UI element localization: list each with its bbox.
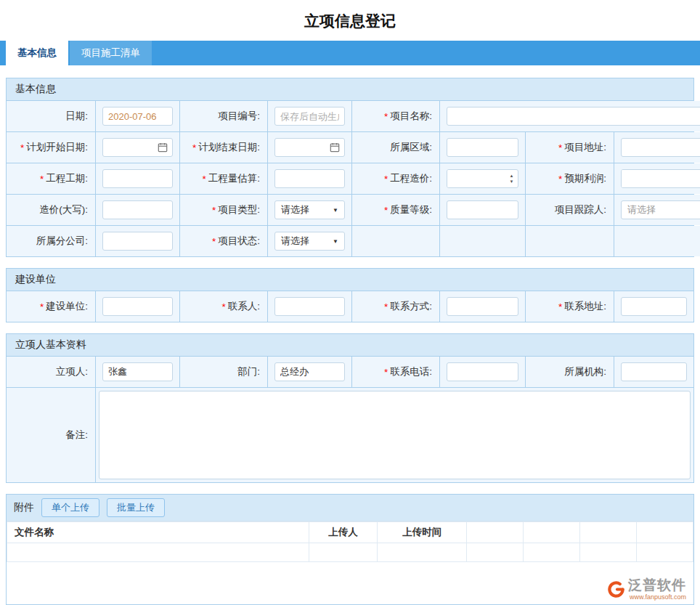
contact-addr-cell bbox=[614, 291, 693, 322]
grade-input[interactable] bbox=[447, 200, 518, 219]
cost-input[interactable] bbox=[447, 170, 505, 187]
date-input[interactable] bbox=[102, 107, 173, 126]
project-type-select[interactable]: 请选择 ▼ bbox=[274, 200, 345, 219]
branch-input[interactable] bbox=[102, 232, 173, 251]
creator-input[interactable] bbox=[102, 362, 173, 381]
tab-basic-info[interactable]: 基本信息 bbox=[6, 41, 68, 65]
tab-content: 基本信息 日期: 项目编号: * 项目名称: bbox=[0, 65, 700, 605]
branch-cell bbox=[96, 226, 179, 256]
calendar-icon[interactable] bbox=[158, 142, 168, 153]
field-label: 工程造价: bbox=[390, 172, 432, 185]
spin-down-icon[interactable]: ▼ bbox=[510, 179, 514, 184]
contact-input[interactable] bbox=[274, 297, 345, 316]
tracker-picker[interactable]: 请选择 bbox=[621, 200, 700, 219]
empty-cell bbox=[440, 226, 525, 256]
contact-addr-label: * 联系地址: bbox=[526, 291, 614, 322]
field-label: 计划开始日期: bbox=[26, 141, 88, 154]
profit-label: * 预期利润: bbox=[526, 163, 614, 194]
estimate-label: * 工程量估算: bbox=[180, 163, 267, 194]
duration-cell bbox=[96, 163, 179, 194]
build-unit-grid: * 建设单位: * 联系人: * 联系方式: * 联系地址: bbox=[7, 291, 693, 322]
remark-textarea[interactable] bbox=[99, 391, 691, 479]
empty-column-header bbox=[524, 522, 580, 543]
section-header-basic: 基本信息 bbox=[7, 78, 693, 101]
attachment-empty-row bbox=[7, 543, 693, 562]
field-label: 日期: bbox=[65, 110, 88, 123]
field-label: 备注: bbox=[65, 429, 88, 442]
chevron-down-icon: ▼ bbox=[333, 238, 338, 245]
contact-way-input[interactable] bbox=[447, 297, 518, 316]
build-unit-label: * 建设单位: bbox=[7, 291, 95, 322]
creator-cell bbox=[96, 357, 179, 387]
project-no-input[interactable] bbox=[274, 107, 345, 126]
dept-cell bbox=[268, 357, 351, 387]
contact-way-label: * 联系方式: bbox=[352, 291, 439, 322]
build-unit-input[interactable] bbox=[102, 297, 173, 316]
grade-cell bbox=[440, 195, 525, 225]
contact-cell bbox=[268, 291, 351, 322]
basic-info-grid: 日期: 项目编号: * 项目名称: * 计划开始日期: bbox=[7, 101, 693, 256]
field-label: 建设单位: bbox=[46, 300, 88, 313]
contact-addr-input[interactable] bbox=[621, 297, 687, 316]
cost-caps-input[interactable] bbox=[102, 200, 173, 219]
project-name-input[interactable] bbox=[447, 107, 700, 126]
project-type-cell: 请选择 ▼ bbox=[268, 195, 351, 225]
estimate-cell bbox=[268, 163, 351, 194]
chevron-down-icon: ▼ bbox=[333, 207, 338, 214]
region-cell bbox=[440, 132, 525, 163]
field-label: 预期利润: bbox=[564, 172, 606, 185]
status-cell: 请选择 ▼ bbox=[268, 226, 351, 256]
org-cell bbox=[614, 357, 693, 387]
date-cell bbox=[96, 101, 179, 131]
calendar-icon[interactable] bbox=[330, 142, 340, 153]
empty-cell bbox=[614, 226, 700, 256]
phone-input[interactable] bbox=[447, 362, 518, 381]
batch-upload-button[interactable]: 批量上传 bbox=[107, 498, 165, 517]
spinner-buttons: ▲ ▼ bbox=[505, 174, 518, 184]
required-marker: * bbox=[20, 142, 24, 153]
field-label: 工程量估算: bbox=[208, 172, 260, 185]
select-value: 请选择 bbox=[281, 203, 309, 216]
grade-label: * 质量等级: bbox=[352, 195, 439, 225]
dept-input[interactable] bbox=[274, 362, 345, 381]
org-input[interactable] bbox=[621, 362, 687, 381]
required-marker: * bbox=[212, 205, 216, 216]
field-label: 项目编号: bbox=[218, 110, 260, 123]
required-marker: * bbox=[384, 301, 388, 312]
address-cell bbox=[614, 132, 700, 163]
fanpu-logo-url: www.fanpusoft.com bbox=[630, 594, 686, 601]
field-label: 项目名称: bbox=[390, 110, 432, 123]
required-marker: * bbox=[212, 236, 216, 247]
required-marker: * bbox=[384, 205, 388, 216]
contact-way-cell bbox=[440, 291, 525, 322]
duration-input[interactable] bbox=[102, 169, 173, 188]
single-upload-button[interactable]: 单个上传 bbox=[41, 498, 99, 517]
profit-input[interactable] bbox=[622, 170, 700, 187]
profit-cell: ▲ ▼ bbox=[614, 163, 700, 194]
region-input[interactable] bbox=[447, 138, 518, 157]
required-marker: * bbox=[202, 174, 205, 184]
required-marker: * bbox=[558, 142, 562, 153]
select-value: 请选择 bbox=[627, 203, 656, 216]
required-marker: * bbox=[384, 111, 388, 122]
field-label: 项目类型: bbox=[218, 203, 260, 216]
fanpu-logo-text-block: 泛普软件 www.fanpusoft.com bbox=[628, 578, 686, 601]
estimate-input[interactable] bbox=[274, 169, 345, 188]
field-label: 项目状态: bbox=[218, 235, 260, 248]
creator-info-grid: 立项人: 部门: * 联系电话: 所属机构: bbox=[7, 357, 693, 482]
attachment-footer: 泛普软件 www.fanpusoft.com bbox=[7, 562, 693, 604]
tab-construction-list[interactable]: 项目施工清单 bbox=[70, 41, 152, 65]
field-label: 联系方式: bbox=[390, 300, 432, 313]
cost-label: * 工程造价: bbox=[352, 163, 439, 194]
address-input[interactable] bbox=[621, 138, 700, 157]
empty-column-header bbox=[580, 522, 637, 543]
basic-info-section: 基本信息 日期: 项目编号: * 项目名称: bbox=[6, 78, 694, 257]
region-label: 所属区域: bbox=[352, 132, 439, 163]
fanpu-logo-text: 泛普软件 bbox=[628, 578, 686, 593]
status-select[interactable]: 请选择 ▼ bbox=[274, 232, 345, 251]
spin-up-icon[interactable]: ▲ bbox=[510, 174, 514, 178]
tracker-label: 项目跟踪人: bbox=[526, 195, 614, 225]
field-label: 计划结束日期: bbox=[198, 141, 260, 154]
field-label: 立项人: bbox=[56, 365, 88, 378]
required-marker: * bbox=[40, 174, 44, 184]
